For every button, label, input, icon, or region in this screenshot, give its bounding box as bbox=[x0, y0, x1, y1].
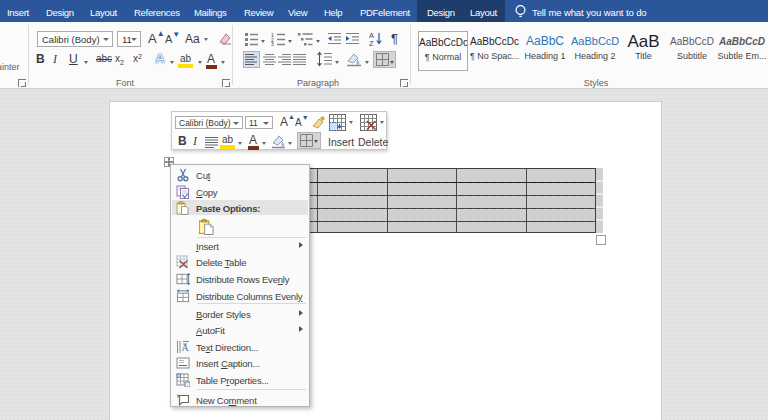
svg-text:3: 3 bbox=[271, 41, 274, 46]
svg-text:Z: Z bbox=[369, 39, 374, 47]
